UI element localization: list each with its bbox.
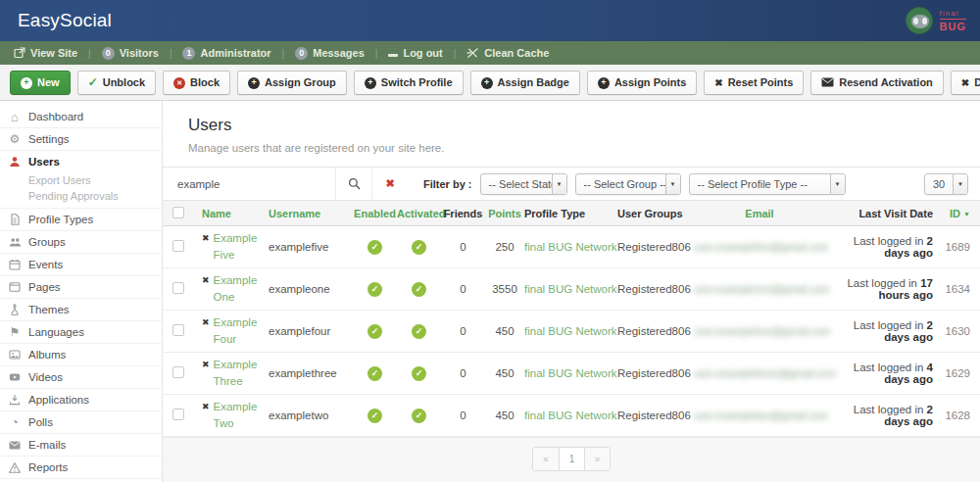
enabled-cell: ✓ xyxy=(353,324,397,339)
sidebar-item-e-mails[interactable]: E-mails xyxy=(0,434,162,456)
profile-type-filter-select[interactable]: -- Select Profile Type -- ▼ xyxy=(689,173,846,195)
profile-type-cell: final BUG Network xyxy=(524,410,617,421)
enabled-cell: ✓ xyxy=(353,240,397,255)
activated-check-icon[interactable]: ✓ xyxy=(412,282,426,294)
offline-status-icon: ✖ xyxy=(202,314,210,330)
sidebar-item-label: Albums xyxy=(28,349,66,361)
check-icon: ✓ xyxy=(88,75,98,89)
pagination-prev-button: « xyxy=(533,448,559,470)
user-name-link[interactable]: Example Two xyxy=(214,399,269,433)
enabled-check-icon[interactable]: ✓ xyxy=(368,324,382,336)
friends-cell: 0 xyxy=(441,325,485,337)
sidebar-group-settings: ⚙Settings xyxy=(0,128,162,151)
profile-type-link[interactable]: final BUG Network xyxy=(524,410,617,421)
activated-check-icon[interactable]: ✓ xyxy=(412,409,426,420)
search-button[interactable] xyxy=(335,168,371,200)
sidebar-item-dashboard[interactable]: ⌂Dashboard xyxy=(0,106,162,127)
quickbar-item-messages[interactable]: 0Messages xyxy=(293,47,367,60)
user-name-link[interactable]: Example Three xyxy=(214,357,269,391)
filter-by-label: Filter by : xyxy=(423,178,472,190)
row-checkbox[interactable] xyxy=(172,409,184,420)
sidebar-subitem-pending-approvals[interactable]: Pending Approvals xyxy=(0,188,162,204)
sidebar-item-applications[interactable]: Applications xyxy=(0,389,162,410)
sidebar-item-videos[interactable]: Videos xyxy=(0,366,162,388)
sidebar-subitem-export-users[interactable]: Export Users xyxy=(0,172,162,188)
row-checkbox[interactable] xyxy=(172,366,184,378)
state-filter-select[interactable]: -- Select State -- ▼ xyxy=(480,173,567,195)
sidebar-item-profile-types[interactable]: Profile Types xyxy=(0,209,162,230)
last-visit-cell: Last logged in 2 days ago xyxy=(825,235,933,259)
username-cell: examplefour xyxy=(269,325,353,337)
row-checkbox[interactable] xyxy=(172,240,184,252)
limit-select[interactable]: 30 ▼ xyxy=(924,173,968,195)
row-checkbox[interactable] xyxy=(172,324,184,336)
sidebar-item-languages[interactable]: ⚑Languages xyxy=(0,321,162,343)
profile-type-link[interactable]: final BUG Network xyxy=(524,325,617,337)
activated-check-icon[interactable]: ✓ xyxy=(412,240,426,252)
search-input[interactable] xyxy=(163,168,335,200)
reset-points-button[interactable]: ✖Reset Points xyxy=(704,71,804,95)
quickbar-item-visitors[interactable]: 0Visitors xyxy=(100,47,161,60)
image-icon xyxy=(8,349,22,361)
block-button[interactable]: ✕Block xyxy=(163,71,230,95)
assign-points-button[interactable]: +Assign Points xyxy=(587,71,697,95)
profile-type-link[interactable]: final BUG Network xyxy=(524,241,617,253)
sidebar-item-polls[interactable]: ◔Polls xyxy=(0,411,162,433)
enabled-check-icon[interactable]: ✓ xyxy=(368,366,382,378)
quickbar-item-log-out[interactable]: Log out xyxy=(386,47,444,59)
select-all-checkbox-cell[interactable] xyxy=(172,207,202,220)
enabled-check-icon[interactable]: ✓ xyxy=(368,240,382,252)
unblock-button[interactable]: ✓Unblock xyxy=(77,71,156,95)
group-filter-select[interactable]: -- Select Group -- ▼ xyxy=(575,173,681,195)
sidebar-item-groups[interactable]: Groups xyxy=(0,231,162,253)
user-groups-cell: Registered806 xyxy=(617,283,694,295)
user-name-link[interactable]: Example Four xyxy=(214,314,269,349)
profile-type-link[interactable]: final BUG Network xyxy=(524,283,617,295)
column-header-username[interactable]: Username xyxy=(269,208,353,219)
sidebar-item-albums[interactable]: Albums xyxy=(0,344,162,365)
assign-badge-button[interactable]: +Assign Badge xyxy=(470,71,580,95)
sidebar-group-profile-types: Profile Types xyxy=(0,209,162,231)
quickbar-item-clean-cache[interactable]: Clean Cache xyxy=(465,47,551,59)
activated-check-icon[interactable]: ✓ xyxy=(412,324,426,336)
sidebar-item-reports[interactable]: Reports xyxy=(0,457,162,478)
sidebar-item-themes[interactable]: Themes xyxy=(0,299,162,320)
id-cell: 1689 xyxy=(933,241,970,253)
new-button[interactable]: +New xyxy=(10,71,71,95)
row-checkbox-cell xyxy=(172,366,202,380)
user-groups-cell: Registered806 xyxy=(617,325,694,337)
user-name-link[interactable]: Example One xyxy=(214,272,269,307)
column-header-activated[interactable]: Activated xyxy=(397,208,441,219)
button-label: New xyxy=(37,76,60,88)
block-icon: ✕ xyxy=(173,75,185,89)
column-header-id[interactable]: ID▼ xyxy=(933,208,970,219)
select-all-checkbox[interactable] xyxy=(172,207,184,218)
switch-profile-button[interactable]: +Switch Profile xyxy=(354,71,464,95)
pagination-page-current[interactable]: 1 xyxy=(559,448,584,470)
quickbar-item-administrator[interactable]: 1Administrator xyxy=(180,47,272,60)
column-header-name[interactable]: Name xyxy=(202,208,269,219)
user-name-link[interactable]: Example Five xyxy=(214,230,269,265)
x-icon: ✖ xyxy=(714,76,722,88)
sidebar-item-users[interactable]: Users xyxy=(0,151,162,172)
sidebar-nav: ⌂Dashboard⚙SettingsUsersExport UsersPend… xyxy=(0,101,163,482)
activated-check-icon[interactable]: ✓ xyxy=(412,366,426,378)
column-header-email[interactable]: Email xyxy=(694,208,825,219)
enabled-check-icon[interactable]: ✓ xyxy=(368,409,382,420)
profile-type-link[interactable]: final BUG Network xyxy=(524,367,617,379)
enabled-check-icon[interactable]: ✓ xyxy=(368,282,382,294)
row-checkbox[interactable] xyxy=(172,282,184,294)
quickbar-item-view-site[interactable]: View Site xyxy=(12,47,79,59)
column-header-points[interactable]: Points xyxy=(485,208,524,219)
sidebar-item-pages[interactable]: Pages xyxy=(0,276,162,298)
clear-search-button[interactable]: ✖ xyxy=(371,168,408,200)
sidebar-item-settings[interactable]: ⚙Settings xyxy=(0,128,162,150)
column-header-enabled[interactable]: Enabled xyxy=(353,208,397,219)
users-table-header: NameUsernameEnabledActivatedFriendsPoint… xyxy=(163,201,980,226)
friends-cell: 0 xyxy=(441,367,485,379)
assign-group-button[interactable]: +Assign Group xyxy=(237,71,347,95)
enabled-cell: ✓ xyxy=(353,409,397,423)
delete-button[interactable]: ✖Delete xyxy=(951,71,980,95)
resend-activation-button[interactable]: Resend Activation xyxy=(810,71,944,95)
sidebar-item-events[interactable]: Events xyxy=(0,254,162,275)
